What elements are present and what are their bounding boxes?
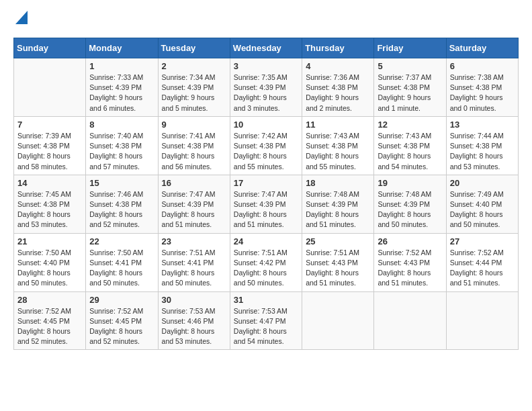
day-number: 30	[162, 295, 226, 305]
day-info: Sunrise: 7:39 AM Sunset: 4:38 PM Dayligh…	[17, 131, 82, 172]
day-number: 20	[450, 178, 515, 188]
day-number: 28	[17, 295, 82, 305]
logo-icon	[15, 11, 28, 24]
calendar-header-wednesday: Wednesday	[230, 38, 302, 58]
day-info: Sunrise: 7:50 AM Sunset: 4:41 PM Dayligh…	[89, 248, 154, 289]
day-number: 6	[450, 61, 515, 71]
day-number: 10	[234, 120, 298, 130]
calendar-header-thursday: Thursday	[302, 38, 374, 58]
calendar-cell: 13Sunrise: 7:44 AM Sunset: 4:38 PM Dayli…	[446, 116, 518, 175]
calendar-week-4: 28Sunrise: 7:52 AM Sunset: 4:45 PM Dayli…	[14, 291, 519, 350]
calendar-header-friday: Friday	[374, 38, 446, 58]
day-number: 16	[162, 178, 226, 188]
calendar-cell: 21Sunrise: 7:50 AM Sunset: 4:40 PM Dayli…	[14, 233, 86, 291]
calendar-cell	[446, 291, 518, 350]
day-info: Sunrise: 7:47 AM Sunset: 4:39 PM Dayligh…	[234, 189, 298, 230]
calendar-week-1: 7Sunrise: 7:39 AM Sunset: 4:38 PM Daylig…	[14, 116, 519, 175]
day-info: Sunrise: 7:52 AM Sunset: 4:44 PM Dayligh…	[450, 248, 515, 289]
calendar-cell: 25Sunrise: 7:51 AM Sunset: 4:43 PM Dayli…	[302, 233, 374, 291]
day-info: Sunrise: 7:47 AM Sunset: 4:39 PM Dayligh…	[162, 189, 226, 230]
day-number: 1	[89, 61, 154, 71]
day-info: Sunrise: 7:40 AM Sunset: 4:38 PM Dayligh…	[89, 131, 154, 172]
calendar-cell: 26Sunrise: 7:52 AM Sunset: 4:43 PM Dayli…	[374, 233, 446, 291]
day-info: Sunrise: 7:41 AM Sunset: 4:38 PM Dayligh…	[162, 131, 226, 172]
day-info: Sunrise: 7:46 AM Sunset: 4:38 PM Dayligh…	[89, 189, 154, 230]
calendar-cell: 29Sunrise: 7:52 AM Sunset: 4:45 PM Dayli…	[86, 291, 158, 350]
day-info: Sunrise: 7:51 AM Sunset: 4:42 PM Dayligh…	[234, 248, 298, 289]
day-number: 27	[450, 236, 515, 246]
day-number: 21	[17, 236, 82, 246]
day-info: Sunrise: 7:51 AM Sunset: 4:41 PM Dayligh…	[162, 248, 226, 289]
day-number: 4	[306, 61, 370, 71]
day-number: 17	[234, 178, 298, 188]
calendar-header-sunday: Sunday	[14, 38, 86, 58]
day-number: 24	[234, 236, 298, 246]
calendar-cell: 30Sunrise: 7:53 AM Sunset: 4:46 PM Dayli…	[158, 291, 230, 350]
day-number: 7	[17, 120, 82, 130]
day-number: 13	[450, 120, 515, 130]
day-info: Sunrise: 7:48 AM Sunset: 4:39 PM Dayligh…	[378, 189, 442, 230]
calendar-cell: 3Sunrise: 7:35 AM Sunset: 4:39 PM Daylig…	[230, 58, 302, 117]
calendar-cell	[14, 58, 86, 117]
calendar-cell: 10Sunrise: 7:42 AM Sunset: 4:38 PM Dayli…	[230, 116, 302, 175]
calendar-cell: 24Sunrise: 7:51 AM Sunset: 4:42 PM Dayli…	[230, 233, 302, 291]
calendar-cell: 16Sunrise: 7:47 AM Sunset: 4:39 PM Dayli…	[158, 175, 230, 233]
page-header	[13, 13, 519, 27]
day-info: Sunrise: 7:51 AM Sunset: 4:43 PM Dayligh…	[306, 248, 370, 289]
day-number: 26	[378, 236, 442, 246]
calendar-cell: 22Sunrise: 7:50 AM Sunset: 4:41 PM Dayli…	[86, 233, 158, 291]
calendar-header-row: SundayMondayTuesdayWednesdayThursdayFrid…	[14, 38, 519, 58]
day-number: 9	[162, 120, 226, 130]
calendar-cell: 4Sunrise: 7:36 AM Sunset: 4:38 PM Daylig…	[302, 58, 374, 117]
calendar-cell: 7Sunrise: 7:39 AM Sunset: 4:38 PM Daylig…	[14, 116, 86, 175]
calendar-cell: 27Sunrise: 7:52 AM Sunset: 4:44 PM Dayli…	[446, 233, 518, 291]
calendar-cell	[374, 291, 446, 350]
day-info: Sunrise: 7:37 AM Sunset: 4:38 PM Dayligh…	[378, 73, 442, 113]
calendar-week-3: 21Sunrise: 7:50 AM Sunset: 4:40 PM Dayli…	[14, 233, 519, 291]
calendar-cell: 18Sunrise: 7:48 AM Sunset: 4:39 PM Dayli…	[302, 175, 374, 233]
calendar-cell: 14Sunrise: 7:45 AM Sunset: 4:38 PM Dayli…	[14, 175, 86, 233]
calendar-cell: 23Sunrise: 7:51 AM Sunset: 4:41 PM Dayli…	[158, 233, 230, 291]
day-info: Sunrise: 7:34 AM Sunset: 4:39 PM Dayligh…	[162, 73, 226, 113]
day-info: Sunrise: 7:48 AM Sunset: 4:39 PM Dayligh…	[306, 189, 370, 230]
calendar-cell: 8Sunrise: 7:40 AM Sunset: 4:38 PM Daylig…	[86, 116, 158, 175]
day-number: 8	[89, 120, 154, 130]
day-info: Sunrise: 7:38 AM Sunset: 4:38 PM Dayligh…	[450, 73, 515, 113]
day-info: Sunrise: 7:49 AM Sunset: 4:40 PM Dayligh…	[450, 189, 515, 230]
calendar-cell: 20Sunrise: 7:49 AM Sunset: 4:40 PM Dayli…	[446, 175, 518, 233]
calendar-cell: 31Sunrise: 7:53 AM Sunset: 4:47 PM Dayli…	[230, 291, 302, 350]
day-info: Sunrise: 7:45 AM Sunset: 4:38 PM Dayligh…	[17, 189, 82, 230]
calendar-cell: 28Sunrise: 7:52 AM Sunset: 4:45 PM Dayli…	[14, 291, 86, 350]
day-number: 5	[378, 61, 442, 71]
day-number: 31	[234, 295, 298, 305]
day-info: Sunrise: 7:35 AM Sunset: 4:39 PM Dayligh…	[234, 73, 298, 113]
calendar-cell: 9Sunrise: 7:41 AM Sunset: 4:38 PM Daylig…	[158, 116, 230, 175]
day-info: Sunrise: 7:43 AM Sunset: 4:38 PM Dayligh…	[306, 131, 370, 172]
day-number: 12	[378, 120, 442, 130]
calendar-cell: 2Sunrise: 7:34 AM Sunset: 4:39 PM Daylig…	[158, 58, 230, 117]
day-number: 2	[162, 61, 226, 71]
day-info: Sunrise: 7:43 AM Sunset: 4:38 PM Dayligh…	[378, 131, 442, 172]
logo	[13, 13, 28, 27]
calendar-header-saturday: Saturday	[446, 38, 518, 58]
day-number: 15	[89, 178, 154, 188]
calendar-cell	[302, 291, 374, 350]
day-info: Sunrise: 7:52 AM Sunset: 4:43 PM Dayligh…	[378, 248, 442, 289]
calendar-week-0: 1Sunrise: 7:33 AM Sunset: 4:39 PM Daylig…	[14, 58, 519, 117]
svg-marker-0	[15, 11, 28, 24]
day-info: Sunrise: 7:53 AM Sunset: 4:47 PM Dayligh…	[234, 306, 298, 347]
calendar-cell: 6Sunrise: 7:38 AM Sunset: 4:38 PM Daylig…	[446, 58, 518, 117]
day-info: Sunrise: 7:53 AM Sunset: 4:46 PM Dayligh…	[162, 306, 226, 347]
day-number: 11	[306, 120, 370, 130]
day-number: 29	[89, 295, 154, 305]
day-number: 19	[378, 178, 442, 188]
day-number: 18	[306, 178, 370, 188]
calendar-cell: 1Sunrise: 7:33 AM Sunset: 4:39 PM Daylig…	[86, 58, 158, 117]
day-number: 25	[306, 236, 370, 246]
calendar-cell: 5Sunrise: 7:37 AM Sunset: 4:38 PM Daylig…	[374, 58, 446, 117]
day-number: 22	[89, 236, 154, 246]
day-info: Sunrise: 7:33 AM Sunset: 4:39 PM Dayligh…	[89, 73, 154, 113]
day-info: Sunrise: 7:44 AM Sunset: 4:38 PM Dayligh…	[450, 131, 515, 172]
calendar-week-2: 14Sunrise: 7:45 AM Sunset: 4:38 PM Dayli…	[14, 175, 519, 233]
day-info: Sunrise: 7:50 AM Sunset: 4:40 PM Dayligh…	[17, 248, 82, 289]
